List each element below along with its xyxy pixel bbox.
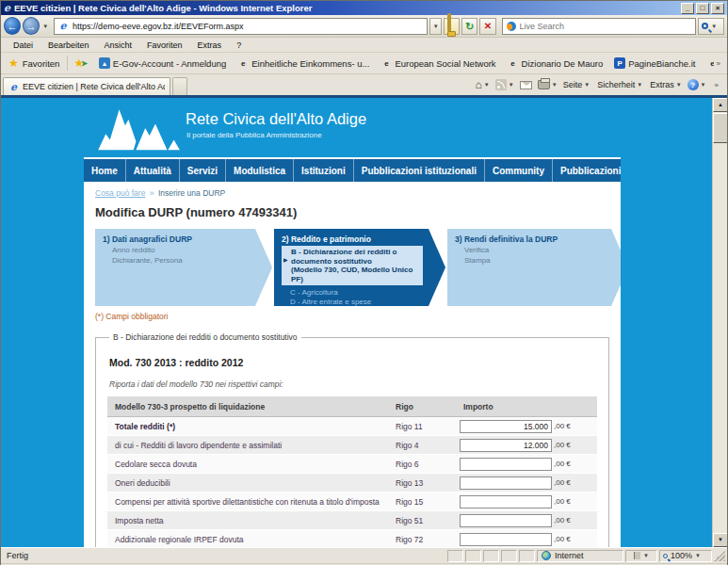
nav-item[interactable]: Pubblicazioni istituzionali (354, 159, 485, 182)
step2-item[interactable]: D - Altre entrate e spese (290, 298, 423, 307)
history-dropdown-icon[interactable]: ▼ (40, 24, 51, 29)
amount-input[interactable] (460, 458, 552, 471)
url-text[interactable]: https://demo-eeve.egov.bz.it/EEVEForm.as… (73, 22, 243, 31)
feeds-button[interactable]: ▼ (495, 79, 514, 90)
address-bar[interactable]: e https://demo-eeve.egov.bz.it/EEVEForm.… (54, 18, 428, 35)
favorite-link[interactable]: e Stadplan Bozen (702, 56, 714, 71)
status-cell (465, 550, 481, 562)
amount-input[interactable] (460, 439, 552, 452)
favorite-label: European Social Network (395, 58, 495, 69)
favorites-overflow-chevron[interactable]: » (714, 59, 723, 68)
status-text: Fertig (3, 551, 445, 560)
back-button[interactable]: ← (4, 17, 21, 35)
nav-item[interactable]: Pubblicazioni (553, 159, 621, 182)
amount-input[interactable] (460, 420, 552, 433)
address-dropdown-button[interactable]: ▼ (429, 18, 442, 35)
step1-title: 1) Dati anagrafici DURP (103, 234, 253, 244)
col-header-importo: Importo (456, 402, 597, 412)
menu-item[interactable]: Extras (191, 40, 229, 51)
security-zone: Internet (537, 550, 623, 562)
page-favicon-icon: e (57, 21, 69, 32)
help-icon: ? (688, 79, 699, 90)
table-row: di cui - Redditi di lavoro dipendente e … (107, 436, 597, 455)
nav-item[interactable]: Modulistica (226, 159, 294, 182)
resize-grip[interactable] (714, 550, 725, 561)
favorite-icon: e (508, 57, 519, 69)
home-button[interactable]: ⌂▼ (476, 79, 490, 90)
protected-mode-cell[interactable]: ▼ (625, 550, 657, 562)
step2-item[interactable]: C - Agricoltura (290, 288, 423, 298)
table-row: Imposta netta Rigo 51 ,00 € (107, 511, 597, 530)
menu-item[interactable]: Favoriten (140, 40, 189, 51)
security-lock-icon[interactable] (444, 18, 460, 35)
breadcrumb-parent-link[interactable]: Cosa può fare (95, 188, 145, 198)
menu-item[interactable]: ? (230, 40, 248, 51)
print-button[interactable]: ▼ (538, 80, 558, 89)
scroll-up-button[interactable]: ▲ (713, 98, 727, 112)
wizard-step-2[interactable]: 2) Reddito e patrimonio ▶ B - Dichiarazi… (274, 229, 445, 306)
star-icon: ★ (8, 57, 19, 69)
row-amount: ,00 € (456, 439, 597, 452)
table-row: Oneri deducibili Rigo 13 ,00 € (107, 474, 597, 492)
site-subtitle: Il portale della Pubblica Amministrazion… (186, 131, 322, 139)
nav-item[interactable]: Attualità (126, 159, 180, 182)
menu-item[interactable]: Ansicht (98, 40, 139, 51)
tab-title: EEVE citizien | Rete Civica dell'Alto Ad… (23, 82, 165, 91)
vertical-scrollbar[interactable]: ▲ ▼ (712, 98, 727, 547)
nav-item[interactable]: Istituzioni (294, 159, 354, 182)
nav-item[interactable]: Community (485, 159, 553, 182)
search-go-button[interactable]: ▼ (698, 18, 724, 35)
favorite-link[interactable]: P PagineBianche.it (608, 56, 701, 71)
help-button[interactable]: ?▼ (688, 79, 706, 90)
active-item-line2: (Modello 730, CUD, Modello Unico PF) (291, 266, 420, 283)
favorites-button[interactable]: ★ Favoriten (5, 56, 68, 71)
scroll-down-button[interactable]: ▼ (713, 533, 727, 547)
forward-button[interactable]: → (23, 17, 40, 35)
favorite-link[interactable]: ▲ E-Gov-Account - Anmeldung (93, 56, 232, 71)
favorite-label: Einheitliche Einkommens- u... (251, 58, 369, 69)
table-row: Totale redditi (*) Rigo 11 ,00 € (107, 417, 597, 436)
section-b-legend: B - Dichiarazione dei redditi o document… (109, 332, 301, 342)
rss-icon (495, 79, 507, 90)
amount-input[interactable] (460, 476, 552, 490)
command-bar: ⌂▼ ▼ ▼ Seite▼Sicherheit▼Extras▼ ?▼ » (476, 74, 725, 95)
search-box[interactable] (502, 18, 696, 35)
command-overflow-chevron[interactable]: » (712, 81, 721, 89)
minimize-button[interactable]: _ (681, 3, 694, 14)
new-tab-button[interactable] (172, 77, 187, 95)
favorite-link[interactable]: e Einheitliche Einkommens- u... (232, 56, 375, 71)
command-menu-button[interactable]: Sicherheit▼ (597, 80, 642, 89)
favorites-bar: ★ Favoriten ★ ➤ ▲ E-Gov-Account - Anmeld… (1, 53, 727, 74)
nav-item[interactable]: Servizi (180, 159, 226, 182)
amount-input[interactable] (460, 495, 552, 508)
add-favorite-button[interactable]: ★ ➤ (68, 57, 92, 69)
scrollbar-thumb[interactable] (713, 113, 727, 143)
step2-active-item[interactable]: ▶ B - Dichiarazione dei redditi o docume… (282, 246, 423, 285)
favorite-icon: e (237, 57, 249, 69)
close-button[interactable]: × (711, 3, 724, 14)
wizard-steps: 1) Dati anagrafici DURP Anno redditoDich… (95, 229, 609, 306)
command-menu-button[interactable]: Extras▼ (650, 80, 681, 89)
breadcrumb-current: Inserire una DURP (158, 188, 225, 198)
amount-suffix: ,00 € (554, 441, 571, 449)
search-input[interactable] (520, 22, 691, 31)
amount-input[interactable] (460, 533, 552, 546)
stop-button[interactable]: ✕ (479, 18, 495, 35)
table-body: Totale redditi (*) Rigo 11 ,00 € di cui … (107, 417, 597, 547)
wizard-step-1[interactable]: 1) Dati anagrafici DURP Anno redditoDich… (95, 229, 272, 306)
favorite-link[interactable]: e European Social Network (375, 56, 501, 71)
amount-input[interactable] (460, 514, 552, 527)
wizard-step-3[interactable]: 3) Rendi definitiva la DURP VerificaStam… (447, 229, 621, 306)
step1-item: Anno reddito (112, 246, 253, 256)
menu-item[interactable]: Bearbeiten (41, 40, 96, 51)
refresh-button[interactable]: ↻ (461, 18, 477, 35)
menu-item[interactable]: Datei (7, 40, 40, 51)
nav-item[interactable]: Home (84, 159, 126, 182)
read-mail-button[interactable] (520, 81, 532, 89)
favorites-label: Favoriten (23, 58, 60, 69)
command-menu-button[interactable]: Seite▼ (563, 80, 590, 89)
zoom-control[interactable]: 100% ▼ (659, 550, 712, 562)
favorite-link[interactable]: e Dizionario De Mauro (502, 56, 609, 71)
active-tab[interactable]: e EEVE citizien | Rete Civica dell'Alto … (3, 77, 170, 95)
restore-button[interactable]: □ (696, 3, 709, 14)
